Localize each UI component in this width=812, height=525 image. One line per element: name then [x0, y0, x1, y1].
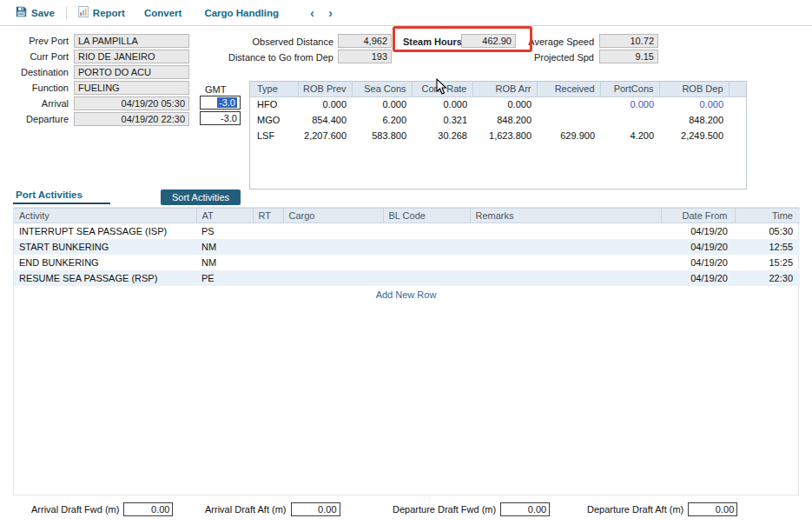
activity-cell[interactable]: NM — [196, 239, 253, 255]
departure-label: Departure — [10, 114, 74, 124]
activity-cell[interactable]: PS — [196, 223, 253, 239]
fuel-cell[interactable]: 848.200 — [659, 112, 729, 128]
cargo-handling-button[interactable]: Cargo Handling — [204, 8, 279, 18]
arrival-draft-aft-input[interactable]: 0.00 — [291, 502, 340, 516]
activity-cell[interactable] — [470, 223, 661, 239]
gmt-departure-value: -3.0 — [221, 113, 237, 123]
fuel-cell[interactable]: 4.200 — [600, 128, 659, 143]
fuel-cell[interactable]: 629.900 — [537, 128, 600, 143]
sort-activities-button[interactable]: Sort Activities — [161, 189, 241, 205]
activity-cell[interactable]: END BUNKERING — [14, 255, 196, 270]
prev-port-label: Prev Port — [10, 36, 74, 46]
activity-cell[interactable]: NM — [196, 255, 253, 270]
departure-draft-aft-input[interactable]: 0.00 — [688, 502, 737, 516]
activity-cell[interactable]: 22:30 — [735, 270, 800, 286]
gmt-arrival-input[interactable]: -3.0 — [200, 96, 241, 110]
curr-port-row: Curr Port RIO DE JANEIRO — [10, 49, 189, 63]
fuel-row-mgo: MGO 854.400 6.200 0.321 848.200 848.200 — [250, 112, 746, 128]
fuel-cell[interactable]: 848.200 — [472, 112, 537, 128]
activity-cell[interactable] — [383, 255, 470, 270]
activity-cell[interactable] — [283, 239, 383, 255]
activity-cell[interactable] — [283, 255, 383, 270]
arrival-draft-fwd-input[interactable]: 0.00 — [123, 502, 173, 516]
fuel-cell[interactable] — [537, 96, 600, 112]
convert-button[interactable]: Convert — [144, 8, 182, 18]
prev-port-row: Prev Port LA PAMPILLA — [10, 33, 189, 48]
activity-cell[interactable]: INTERRUPT SEA PASSAGE (ISP) — [14, 223, 196, 239]
fuel-header-received: Received — [537, 82, 600, 96]
function-row: Function FUELING — [10, 80, 189, 95]
fuel-cell[interactable]: 0.000 — [412, 96, 472, 112]
fuel-cell[interactable]: 30.268 — [412, 128, 472, 143]
activity-cell[interactable]: 12:55 — [735, 239, 800, 255]
fuel-cell[interactable]: HFO — [250, 96, 298, 112]
next-arrow-icon[interactable]: › — [321, 5, 340, 20]
report-button[interactable]: Report — [78, 6, 125, 19]
fuel-cell[interactable]: 583.800 — [352, 128, 412, 143]
fuel-cell[interactable]: 2,207.600 — [298, 128, 352, 143]
departure-draft-fwd-input[interactable]: 0.00 — [500, 502, 550, 516]
fuel-cell[interactable]: 0.000 — [352, 96, 412, 112]
curr-port-field: RIO DE JANEIRO — [74, 50, 189, 63]
activity-cell[interactable] — [253, 239, 283, 255]
activity-cell[interactable] — [283, 223, 383, 239]
activity-cell[interactable]: 04/19/20 — [661, 223, 735, 239]
fuel-header-rob-arr: ROB Arr — [472, 82, 537, 96]
save-button[interactable]: Save — [16, 6, 55, 19]
activity-cell[interactable]: 04/19/20 — [661, 239, 735, 255]
add-new-row-link[interactable]: Add New Row — [14, 286, 798, 303]
activity-row: RESUME SEA PASSAGE (RSP) PE 04/19/20 22:… — [14, 270, 800, 286]
activity-cell[interactable]: 05:30 — [735, 223, 800, 239]
departure-draft-fwd-group: Departure Draft Fwd (m) 0.00 — [393, 502, 550, 516]
fuel-rob-table: Type ROB Prev Sea Cons Cons Rate ROB Arr… — [249, 81, 747, 189]
fuel-cell[interactable] — [537, 112, 600, 128]
fuel-header-row: Type ROB Prev Sea Cons Cons Rate ROB Arr… — [250, 82, 746, 96]
prev-arrow-icon[interactable]: ‹ — [303, 5, 321, 20]
activity-cell[interactable]: 04/19/20 — [661, 270, 735, 286]
fuel-cell[interactable]: 0.000 — [600, 96, 659, 112]
activity-cell[interactable]: PE — [196, 270, 253, 286]
fuel-cell[interactable]: 1,623.800 — [472, 128, 537, 143]
fuel-cell[interactable]: 6.200 — [352, 112, 412, 128]
activity-cell[interactable]: 15:25 — [735, 255, 800, 270]
fuel-cell[interactable]: LSF — [250, 128, 298, 143]
activity-cell[interactable] — [470, 239, 661, 255]
activity-cell[interactable]: 04/19/20 — [661, 255, 735, 270]
departure-draft-aft-group: Departure Draft Aft (m) 0.00 — [587, 502, 737, 516]
activity-cell[interactable]: START BUNKERING — [14, 239, 196, 255]
departure-draft-fwd-label: Departure Draft Fwd (m) — [393, 504, 496, 515]
activity-cell[interactable] — [383, 223, 470, 239]
fuel-cell[interactable]: 2,249.500 — [659, 128, 729, 143]
fuel-cell[interactable]: 0.000 — [298, 96, 352, 112]
activities-header-row: Activity AT RT Cargo BL Code Remarks Dat… — [14, 209, 800, 223]
activity-row: START BUNKERING NM 04/19/20 12:55 — [14, 239, 800, 255]
activity-cell[interactable] — [253, 223, 283, 239]
tab-port-activities[interactable]: Port Activities — [16, 189, 83, 200]
departure-field: 04/19/20 22:30 — [74, 112, 189, 126]
activity-cell[interactable]: RESUME SEA PASSAGE (RSP) — [14, 270, 196, 286]
activity-cell[interactable] — [253, 255, 283, 270]
activity-cell[interactable] — [470, 255, 661, 270]
arrival-row: Arrival 04/19/20 05:30 — [10, 96, 189, 110]
observed-distance-label: Observed Distance — [243, 37, 333, 47]
save-label: Save — [31, 8, 55, 18]
report-icon — [78, 6, 89, 19]
activity-cell[interactable] — [253, 270, 283, 286]
fuel-cell[interactable]: 854.400 — [298, 112, 352, 128]
fuel-cell[interactable] — [600, 112, 659, 128]
fuel-cell[interactable]: 0.000 — [472, 96, 537, 112]
curr-port-label: Curr Port — [10, 51, 74, 62]
fuel-cell[interactable]: 0.000 — [659, 96, 729, 112]
fuel-header-rob-dep: ROB Dep — [659, 82, 729, 96]
fuel-cell[interactable]: 0.321 — [412, 112, 472, 128]
fuel-cell[interactable]: MGO — [250, 112, 298, 128]
activity-cell[interactable] — [470, 270, 661, 286]
gmt-departure-input[interactable]: -3.0 — [200, 111, 241, 125]
activities-header-rt: RT — [253, 209, 283, 223]
activity-cell[interactable] — [383, 239, 470, 255]
arrival-draft-fwd-label: Arrival Draft Fwd (m) — [31, 504, 119, 515]
activity-cell[interactable] — [383, 270, 470, 286]
fuel-header-filler — [729, 82, 746, 96]
activity-cell[interactable] — [283, 270, 383, 286]
toolbar: Save Report Convert Cargo Handling ‹ › — [0, 0, 812, 26]
